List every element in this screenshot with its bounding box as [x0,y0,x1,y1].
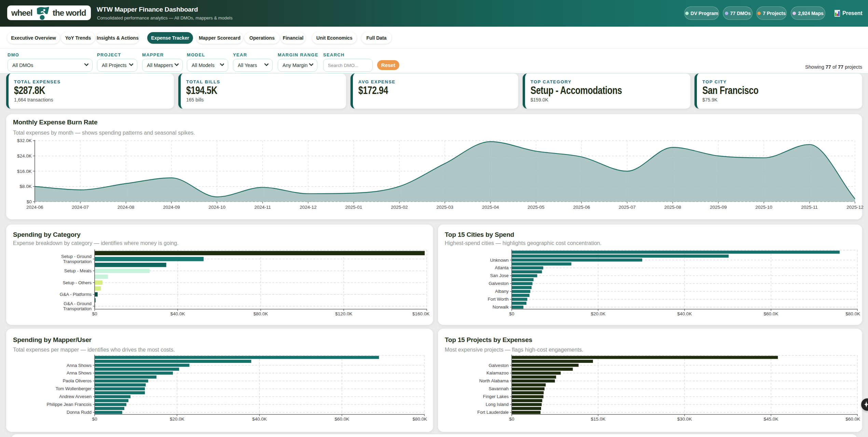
svg-text:Unknown: Unknown [490,258,509,263]
svg-text:Philippe Jean Francois: Philippe Jean Francois [46,402,92,407]
svg-text:2025-11: 2025-11 [801,205,818,210]
svg-text:$80.0K: $80.0K [412,416,427,422]
svg-text:2024-09: 2024-09 [163,205,180,210]
svg-text:North Alabama: North Alabama [479,378,509,383]
svg-text:$45.0K: $45.0K [764,416,779,422]
svg-text:2024-06: 2024-06 [26,205,43,210]
svg-text:Transportation: Transportation [63,259,92,264]
svg-text:$0: $0 [92,416,97,422]
svg-text:2025-12: 2025-12 [846,205,864,210]
svg-text:Donna Rudd: Donna Rudd [67,410,92,415]
svg-text:$15.0K: $15.0K [591,416,606,422]
svg-text:Norwalk: Norwalk [493,304,509,310]
svg-text:2025-06: 2025-06 [573,205,590,210]
svg-text:2025-05: 2025-05 [527,205,545,210]
svg-text:$60.0K: $60.0K [764,311,779,316]
svg-text:Fort Worth: Fort Worth [488,297,509,302]
svg-text:2025-01: 2025-01 [345,205,362,210]
svg-text:$24.0K: $24.0K [17,153,32,159]
svg-text:2024-11: 2024-11 [254,205,271,210]
svg-text:$20.0K: $20.0K [170,416,184,422]
svg-text:Finger Lakes: Finger Lakes [483,394,509,399]
svg-text:Long Island: Long Island [486,402,509,407]
svg-text:2024-07: 2024-07 [72,205,89,210]
svg-text:$0: $0 [27,199,32,204]
svg-text:2025-02: 2025-02 [391,205,408,210]
svg-text:Setup - Others: Setup - Others [63,280,92,285]
svg-text:Savannah: Savannah [488,386,509,391]
svg-text:$60.0K: $60.0K [335,416,349,422]
svg-text:Galveston: Galveston [488,363,509,368]
svg-text:Atlanta: Atlanta [495,265,509,270]
svg-text:2025-07: 2025-07 [619,205,636,210]
svg-text:Anna Shows: Anna Shows [67,363,92,368]
svg-text:Fort Lauderdale: Fort Lauderdale [477,410,509,415]
svg-text:G&A - Platforms: G&A - Platforms [60,292,92,297]
svg-text:$0: $0 [509,311,514,316]
svg-text:$8.0K: $8.0K [19,184,31,189]
svg-text:Setup - Ground: Setup - Ground [61,254,92,259]
svg-text:$0: $0 [92,311,97,316]
svg-text:2024-08: 2024-08 [118,205,135,210]
svg-text:Transportation: Transportation [63,306,92,311]
svg-text:2025-03: 2025-03 [437,205,454,210]
svg-text:2024-12: 2024-12 [300,205,317,210]
svg-text:Tom Wollenberger: Tom Wollenberger [56,386,92,391]
svg-text:G&A - Ground: G&A - Ground [64,301,92,306]
svg-text:$20.0K: $20.0K [591,311,606,316]
svg-text:2025-04: 2025-04 [482,205,499,210]
svg-text:2025-10: 2025-10 [755,205,772,210]
svg-text:$40.0K: $40.0K [252,416,267,422]
svg-text:$40.0K: $40.0K [677,311,692,316]
svg-text:$16.0K: $16.0K [17,169,32,174]
svg-text:Anna Shows: Anna Shows [67,370,92,375]
svg-text:San Jose: San Jose [490,273,509,278]
svg-text:Andrew Arvesen: Andrew Arvesen [59,394,92,399]
svg-text:$80.0K: $80.0K [253,311,268,316]
svg-text:$120.0K: $120.0K [335,311,352,316]
svg-text:2024-10: 2024-10 [209,205,226,210]
svg-text:$60.0K: $60.0K [845,416,860,422]
svg-text:$40.0K: $40.0K [170,311,185,316]
svg-text:$30.0K: $30.0K [677,416,692,422]
svg-text:2025-08: 2025-08 [664,205,681,210]
svg-text:Kalamazoo: Kalamazoo [486,370,509,375]
svg-text:Setup - Meals: Setup - Meals [64,268,92,273]
svg-text:$32.0K: $32.0K [17,138,32,143]
svg-text:Paola Oliveros: Paola Oliveros [63,378,92,383]
svg-text:$80.0K: $80.0K [845,311,860,316]
svg-text:$160.0K: $160.0K [412,311,429,316]
svg-text:2025-09: 2025-09 [710,205,727,210]
svg-text:Albany: Albany [495,289,509,294]
svg-text:Galveston: Galveston [488,281,509,286]
svg-text:$0: $0 [509,416,514,422]
